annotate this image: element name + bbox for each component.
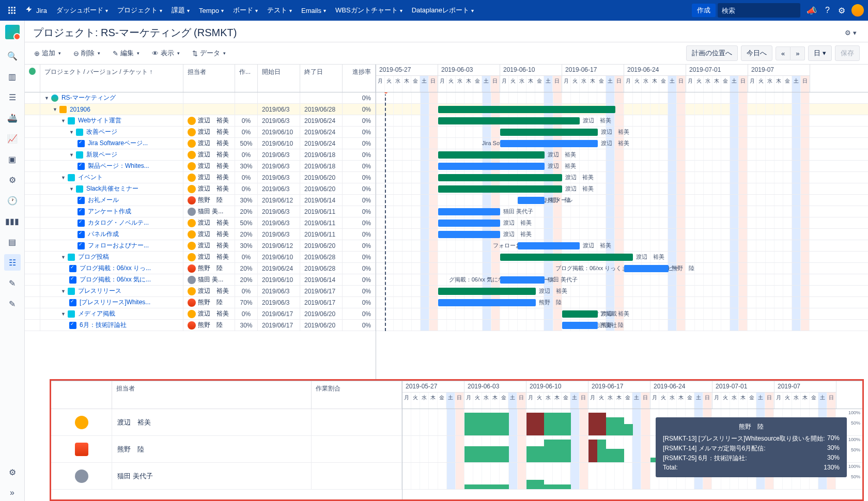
tree-toggle-icon[interactable]: ▼ bbox=[69, 152, 74, 158]
workload-bar[interactable] bbox=[464, 413, 473, 435]
workload-row[interactable]: 熊野 陸 bbox=[51, 436, 402, 463]
workload-bar[interactable] bbox=[491, 413, 500, 435]
task-row[interactable]: お礼メール熊野 陸30%2019/06/122019/06/140% bbox=[25, 195, 376, 206]
workload-bar[interactable] bbox=[615, 449, 624, 462]
gantt-row[interactable]: アンケート作成猫田 美代子 bbox=[376, 206, 868, 217]
add-button[interactable]: ⊕ 追加▾ bbox=[33, 46, 62, 60]
task-row[interactable]: カタログ・ノベルテ...渡辺 裕美50%2019/06/32019/06/110… bbox=[25, 217, 376, 229]
workload-bar[interactable] bbox=[588, 413, 597, 435]
edit-button[interactable]: ✎ 編集▾ bbox=[112, 46, 141, 60]
end-header[interactable]: 終了日 bbox=[300, 65, 343, 92]
view-button[interactable]: 👁 表示▾ bbox=[151, 46, 181, 60]
tree-toggle-icon[interactable]: ▼ bbox=[61, 311, 66, 317]
workload-bar[interactable] bbox=[544, 413, 553, 435]
gantt-row[interactable]: 201906 bbox=[376, 104, 868, 115]
gantt-bar[interactable] bbox=[438, 231, 500, 238]
gantt-bar[interactable] bbox=[438, 151, 545, 159]
search-input[interactable] bbox=[722, 7, 809, 14]
gantt-row[interactable]: ブログ掲載：06/xx りっくまConfluenceのコピー熊野 陸 bbox=[376, 263, 868, 274]
columns-icon[interactable]: ▮▮▮ bbox=[4, 213, 21, 229]
task-row[interactable]: ▼改善ページ渡辺 裕美0%2019/06/102019/06/240% bbox=[25, 127, 376, 138]
jira-logo[interactable]: Jira bbox=[22, 6, 50, 15]
nav-item[interactable]: 課題▾ bbox=[167, 0, 194, 21]
workload-bar[interactable] bbox=[562, 484, 571, 489]
gantt-row[interactable]: グ掲載：06/xx 気になるアドオンシリーズ猫田 美代子 bbox=[376, 274, 868, 286]
task-row[interactable]: ▼イベント渡辺 裕美0%2019/06/32019/06/200% bbox=[25, 172, 376, 183]
workload-bar[interactable] bbox=[500, 484, 509, 489]
tree-toggle-icon[interactable]: ▼ bbox=[61, 255, 66, 260]
project-settings-icon[interactable]: ⚙ bbox=[4, 464, 21, 480]
workload-bar[interactable] bbox=[500, 446, 509, 462]
create-button[interactable]: 作成 bbox=[692, 4, 716, 17]
workload-bar[interactable] bbox=[615, 417, 624, 435]
workload-bar[interactable] bbox=[535, 480, 544, 489]
workload-bar[interactable] bbox=[473, 446, 482, 462]
task-row[interactable]: ▼プレスリリース渡辺 裕美0%2019/06/32019/06/170% bbox=[25, 286, 376, 297]
workload-bar[interactable] bbox=[482, 446, 491, 462]
name-header[interactable]: プロジェクト / バージョン / チケット ↑ bbox=[40, 65, 183, 92]
gantt-bar[interactable] bbox=[500, 129, 598, 136]
gantt-row[interactable]: 6月：技術評論社熊野 陸 bbox=[376, 320, 868, 331]
gantt-row[interactable]: お礼メール熊野 陸 bbox=[376, 195, 868, 206]
workload-bar[interactable] bbox=[606, 449, 615, 462]
start-header[interactable]: 開始日 bbox=[258, 65, 300, 92]
workload-bar[interactable] bbox=[624, 424, 633, 435]
feedback-icon[interactable]: 📣 bbox=[804, 6, 819, 15]
nav-item[interactable]: Dataplaneレポート▾ bbox=[408, 0, 478, 21]
task-row[interactable]: アンケート作成猫田 美...20%2019/06/32019/06/110% bbox=[25, 206, 376, 217]
settings-icon[interactable]: ⚙ bbox=[836, 6, 847, 15]
tree-toggle-icon[interactable]: ▼ bbox=[53, 107, 57, 112]
components-icon[interactable]: ⚙ bbox=[4, 171, 21, 188]
workload-bar[interactable] bbox=[482, 413, 491, 435]
gantt-bar[interactable] bbox=[562, 310, 598, 318]
gantt-bar[interactable] bbox=[438, 185, 562, 193]
gantt-row[interactable]: パネル作成渡辺 裕美 bbox=[376, 229, 868, 240]
nav-item[interactable]: プロジェクト▾ bbox=[113, 0, 166, 21]
gantt-icon[interactable]: ☷ bbox=[4, 254, 21, 271]
app-switcher-icon[interactable] bbox=[4, 6, 20, 15]
task-row[interactable]: ブログ掲載：06/xx 気に...猫田 美...20%2019/06/10201… bbox=[25, 274, 376, 286]
gantt-bar[interactable] bbox=[438, 106, 615, 113]
gantt-bar[interactable] bbox=[438, 220, 500, 227]
gantt-row[interactable]: イベント渡辺 裕美 bbox=[376, 172, 868, 183]
workload-bar[interactable] bbox=[464, 446, 473, 462]
task-row[interactable]: ブログ掲載：06/xx りっ...熊野 陸20%2019/06/242019/0… bbox=[25, 263, 376, 274]
tree-toggle-icon[interactable]: ▼ bbox=[69, 186, 74, 192]
board-icon[interactable]: ▥ bbox=[4, 68, 21, 85]
gantt-bar[interactable] bbox=[500, 276, 545, 284]
gantt-row[interactable]: Slack共催セミナー渡辺 裕美 bbox=[376, 183, 868, 195]
workload-bar[interactable] bbox=[562, 413, 571, 435]
today-button[interactable]: 今日へ bbox=[741, 45, 772, 61]
feather2-icon[interactable]: ✎ bbox=[4, 295, 21, 312]
gantt-bar[interactable] bbox=[438, 117, 580, 124]
task-row[interactable]: ▼Slack共催セミナー渡辺 裕美0%2019/06/32019/06/200% bbox=[25, 183, 376, 195]
workload-bar[interactable] bbox=[588, 440, 597, 462]
workload-bar[interactable] bbox=[553, 484, 562, 489]
gantt-bar[interactable] bbox=[438, 174, 562, 181]
workload-bar[interactable] bbox=[544, 484, 553, 489]
page-settings-button[interactable]: ⚙ ▾ bbox=[842, 27, 860, 39]
nav-item[interactable]: テスト▾ bbox=[263, 0, 296, 21]
gantt-row[interactable]: sourceページの作成渡辺 裕美 bbox=[376, 161, 868, 172]
gantt-row[interactable]: ブログ投稿渡辺 裕美 bbox=[376, 252, 868, 263]
gantt-bar[interactable] bbox=[518, 197, 544, 204]
time-icon[interactable]: 🕐 bbox=[4, 192, 21, 209]
workload-bar[interactable] bbox=[535, 413, 544, 435]
nav-item[interactable]: Emails▾ bbox=[297, 0, 330, 21]
next-button[interactable]: » bbox=[791, 46, 805, 60]
assignee-header[interactable]: 担当者 bbox=[183, 65, 235, 92]
nav-item[interactable]: WBSガントチャート▾ bbox=[331, 0, 407, 21]
task-row[interactable]: ▼ブログ投稿渡辺 裕美0%2019/06/102019/06/280% bbox=[25, 252, 376, 263]
help-icon[interactable]: ? bbox=[823, 6, 832, 15]
gantt-row[interactable]: Jira Softwareページ修正依頼渡辺 裕美 bbox=[376, 138, 868, 149]
task-row[interactable]: 6月：技術評論社熊野 陸30%2019/06/172019/06/200% bbox=[25, 320, 376, 331]
task-row[interactable]: ▼メディア掲載渡辺 裕美0%2019/06/172019/06/200% bbox=[25, 308, 376, 320]
progress-header[interactable]: 進捗率 bbox=[343, 65, 376, 92]
task-row[interactable]: ▼新規ページ渡辺 裕美0%2019/06/32019/06/180% bbox=[25, 149, 376, 161]
task-row[interactable]: ▼2019062019/06/32019/06/280% bbox=[25, 104, 376, 115]
gantt-bar[interactable] bbox=[438, 299, 536, 306]
gantt-row[interactable]: 新規ページ渡辺 裕美 bbox=[376, 149, 868, 161]
nav-item[interactable]: ボード▾ bbox=[229, 0, 262, 21]
nav-item[interactable]: ダッシュボード▾ bbox=[52, 0, 112, 21]
data-button[interactable]: ⇅ データ▾ bbox=[191, 46, 227, 60]
